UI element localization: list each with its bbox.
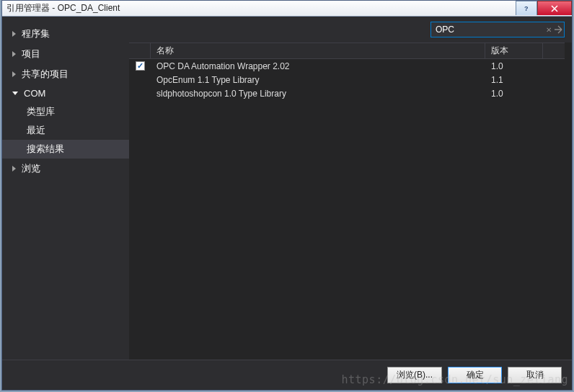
sidebar-subitem-recent[interactable]: 最近 xyxy=(2,121,129,140)
search-icon[interactable] xyxy=(553,24,562,35)
chevron-right-icon xyxy=(12,166,16,172)
titlebar[interactable]: 引用管理器 - OPC_DA_Client ? xyxy=(2,1,572,17)
sidebar: 程序集 项目 共享的项目 COM 类型库 最近 xyxy=(2,17,129,360)
column-checkbox[interactable] xyxy=(129,43,151,58)
help-button[interactable]: ? xyxy=(516,1,537,15)
sidebar-subitem-label: 搜索结果 xyxy=(27,143,64,154)
sidebar-item-com[interactable]: COM xyxy=(2,84,129,102)
search-box[interactable]: ✕ xyxy=(430,22,565,37)
cancel-button[interactable]: 取消 xyxy=(508,367,562,383)
window-controls: ? xyxy=(516,1,572,15)
column-name[interactable]: 名称 xyxy=(151,43,485,58)
cell-version: 1.1 xyxy=(485,75,543,85)
clear-icon[interactable]: ✕ xyxy=(544,24,553,35)
cell-version: 1.0 xyxy=(485,89,543,99)
cell-name: OPC DA Automation Wrapper 2.02 xyxy=(151,61,485,71)
row-checkbox[interactable] xyxy=(136,61,145,71)
search-input[interactable] xyxy=(436,24,544,35)
results-table: 名称 版本 OPC DA Automation Wrapper 2.02 1.0 xyxy=(129,43,565,360)
sidebar-item-label: 程序集 xyxy=(22,27,50,40)
svg-text:?: ? xyxy=(524,5,529,12)
column-spacer xyxy=(543,43,565,58)
dialog-body: 程序集 项目 共享的项目 COM 类型库 最近 xyxy=(2,17,572,360)
cell-name: sldphotoshopcon 1.0 Type Library xyxy=(151,89,485,99)
chevron-right-icon xyxy=(12,51,16,57)
sidebar-item-projects[interactable]: 项目 xyxy=(2,44,129,64)
table-header: 名称 版本 xyxy=(129,43,565,59)
table-row[interactable]: OpcEnum 1.1 Type Library 1.1 xyxy=(129,73,565,86)
chevron-right-icon xyxy=(12,71,16,77)
sidebar-item-browse[interactable]: 浏览 xyxy=(2,159,129,179)
sidebar-subitem-search-results[interactable]: 搜索结果 xyxy=(2,140,129,159)
search-row: ✕ xyxy=(129,17,572,43)
column-version[interactable]: 版本 xyxy=(485,43,543,58)
sidebar-subitem-label: 最近 xyxy=(27,125,45,135)
sidebar-item-label: 浏览 xyxy=(22,162,40,175)
sidebar-item-label: 项目 xyxy=(22,48,40,61)
sidebar-item-assemblies[interactable]: 程序集 xyxy=(2,24,129,44)
dialog-footer: 浏览(B)... 确定 取消 xyxy=(2,360,572,390)
sidebar-item-label: 共享的项目 xyxy=(22,68,69,81)
browse-button[interactable]: 浏览(B)... xyxy=(387,367,442,383)
table-row[interactable]: OPC DA Automation Wrapper 2.02 1.0 xyxy=(129,59,565,73)
window-title: 引用管理器 - OPC_DA_Client xyxy=(6,2,120,14)
cell-name: OpcEnum 1.1 Type Library xyxy=(151,75,485,85)
chevron-down-icon xyxy=(12,92,18,95)
dialog-window: 引用管理器 - OPC_DA_Client ? 程序集 项目 xyxy=(1,0,573,391)
sidebar-item-shared-projects[interactable]: 共享的项目 xyxy=(2,64,129,84)
sidebar-subitem-type-library[interactable]: 类型库 xyxy=(2,102,129,121)
sidebar-subitem-label: 类型库 xyxy=(27,106,55,117)
cell-version: 1.0 xyxy=(485,61,543,71)
table-body: OPC DA Automation Wrapper 2.02 1.0 OpcEn… xyxy=(129,59,565,100)
ok-button[interactable]: 确定 xyxy=(448,367,502,383)
dialog-content: 程序集 项目 共享的项目 COM 类型库 最近 xyxy=(2,17,572,390)
chevron-right-icon xyxy=(12,31,16,37)
main-panel: ✕ 名称 版本 xyxy=(129,17,572,360)
close-button[interactable] xyxy=(537,1,572,15)
table-row[interactable]: sldphotoshopcon 1.0 Type Library 1.0 xyxy=(129,86,565,100)
sidebar-item-label: COM xyxy=(24,88,45,99)
